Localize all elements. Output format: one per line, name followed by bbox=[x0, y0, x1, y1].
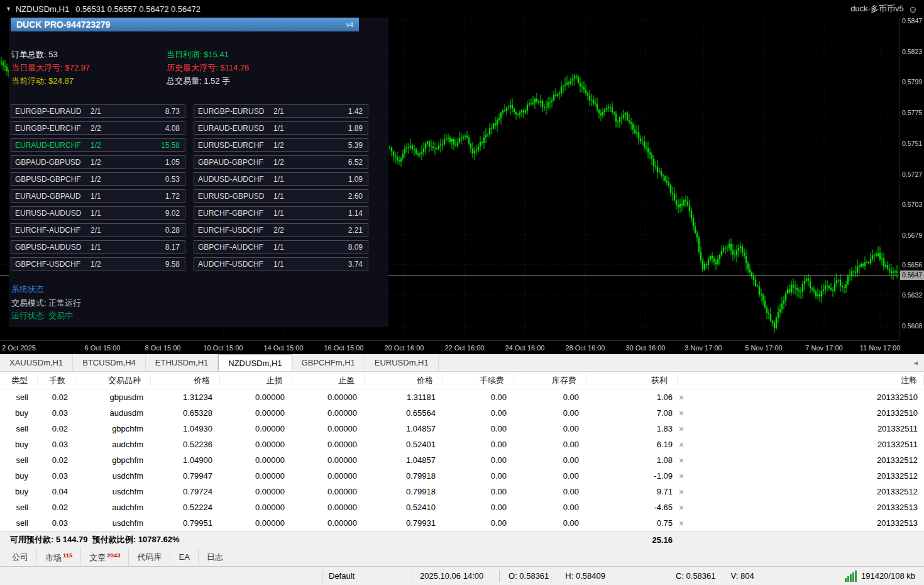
column-header[interactable]: 获利 bbox=[586, 375, 678, 386]
chart-tab-BTCUSDm-H4[interactable]: BTCUSDm,H4 bbox=[73, 354, 146, 371]
pair-value: 2.21 bbox=[310, 226, 368, 235]
price-axis-label: 0.5703 bbox=[902, 201, 922, 208]
cell-price2: 0.65564 bbox=[365, 408, 443, 418]
close-position-button[interactable]: × bbox=[678, 393, 695, 403]
close-position-button[interactable]: × bbox=[678, 487, 695, 497]
run-status: 运行状态: 交易中 bbox=[11, 310, 73, 321]
price-axis[interactable]: 0.58470.58230.57990.57750.57510.57270.57… bbox=[899, 18, 924, 340]
trade-row[interactable]: sell0.03usdchfm0.799510.000000.000000.79… bbox=[0, 515, 924, 531]
terminal-tab-0[interactable]: 公司 bbox=[4, 549, 36, 566]
column-header[interactable]: 止盈 bbox=[292, 375, 365, 386]
cell-swap: 0.00 bbox=[514, 440, 586, 449]
terminal-tab-3[interactable]: 代码库 bbox=[128, 549, 170, 566]
ea-stat: 总交易量: 1.52 手 bbox=[167, 74, 249, 87]
trade-row[interactable]: sell0.02gbpchfm1.049300.000000.000001.04… bbox=[0, 421, 924, 437]
column-header[interactable]: 类型 bbox=[0, 375, 38, 386]
cell-lots: 0.03 bbox=[38, 518, 75, 528]
pair-value: 3.74 bbox=[310, 260, 368, 269]
chart-tab-NZDUSDm-H1[interactable]: NZDUSDm,H1 bbox=[218, 354, 292, 371]
ea-smiley-icon[interactable]: ☺ bbox=[908, 4, 918, 14]
terminal-tab-2[interactable]: 文章2043 bbox=[80, 547, 128, 567]
pair-ratio: 1/1 bbox=[273, 209, 310, 218]
cell-commission: 0.00 bbox=[443, 518, 514, 528]
pair-row: GBPAUD-GBPUSD1/21.05 bbox=[11, 155, 185, 169]
pair-name: AUDUSD-AUDCHF bbox=[194, 175, 273, 184]
chart-tab-ETHUSDm-H1[interactable]: ETHUSDm,H1 bbox=[146, 354, 219, 371]
cell-lots: 0.04 bbox=[38, 487, 75, 496]
column-header[interactable]: 注释 bbox=[695, 375, 924, 386]
cell-price2: 0.79931 bbox=[365, 518, 443, 528]
pair-row: GBPUSD-AUDUSD1/18.17 bbox=[11, 240, 185, 254]
column-header[interactable]: 手续费 bbox=[443, 375, 514, 386]
trade-row[interactable]: sell0.02gbpusdm1.312340.000000.000001.31… bbox=[0, 389, 924, 405]
chart-symbol-title: NZDUSDm,H1 bbox=[16, 4, 69, 14]
close-position-button[interactable]: × bbox=[678, 408, 695, 418]
cell-type: buy bbox=[0, 440, 38, 449]
time-axis[interactable]: 2 Oct 20256 Oct 15:008 Oct 15:0010 Oct 1… bbox=[0, 340, 899, 354]
cell-tp: 0.00000 bbox=[292, 487, 365, 496]
close-position-button[interactable]: × bbox=[678, 455, 695, 465]
trade-row[interactable]: sell0.02gbpchfm1.049000.000000.000001.04… bbox=[0, 452, 924, 468]
pair-name: GBPAUD-GBPCHF bbox=[194, 158, 273, 167]
cell-sl: 0.00000 bbox=[220, 393, 292, 402]
trade-row[interactable]: buy0.03usdchfm0.799470.000000.000000.799… bbox=[0, 468, 924, 484]
close-position-button[interactable]: × bbox=[678, 440, 695, 450]
pair-value: 8.17 bbox=[127, 243, 185, 252]
column-header[interactable]: 止损 bbox=[220, 375, 292, 386]
column-header[interactable]: 库存费 bbox=[514, 375, 586, 386]
close-position-button[interactable]: × bbox=[678, 518, 695, 528]
trade-row[interactable]: buy0.03audusdm0.653280.000000.000000.655… bbox=[0, 405, 924, 421]
cell-lots: 0.03 bbox=[38, 471, 75, 481]
close-position-button[interactable]: × bbox=[678, 424, 695, 434]
cell-commission: 0.00 bbox=[443, 408, 514, 418]
cell-price: 0.52236 bbox=[151, 440, 220, 449]
pair-name: EURCHF-AUDCHF bbox=[11, 226, 91, 235]
cell-tp: 0.00000 bbox=[292, 455, 365, 465]
cell-price2: 0.79918 bbox=[365, 471, 443, 481]
column-header[interactable]: 交易品种 bbox=[75, 375, 151, 386]
pair-value: 8.73 bbox=[127, 107, 185, 116]
cell-lots: 0.02 bbox=[38, 393, 75, 402]
cell-tp: 0.00000 bbox=[292, 518, 365, 528]
close-position-button[interactable]: × bbox=[678, 471, 695, 481]
chart-tab-EURUSDm-H1[interactable]: EURUSDm,H1 bbox=[365, 354, 439, 371]
trade-row[interactable]: buy0.03audchfm0.522360.000000.000000.524… bbox=[0, 437, 924, 452]
terminal-tab-bar: 公司市场115文章2043代码库EA日志 bbox=[0, 548, 924, 566]
pair-value: 2.60 bbox=[310, 192, 368, 201]
tab-scroll-left-icon[interactable]: ◂ bbox=[907, 354, 924, 371]
trade-row[interactable]: buy0.04usdchfm0.797240.000000.000000.799… bbox=[0, 484, 924, 499]
column-header[interactable]: 价格 bbox=[365, 375, 443, 386]
pair-name: GBPCHF-AUDCHF bbox=[194, 243, 273, 252]
cell-price: 1.04930 bbox=[151, 424, 220, 433]
cell-type: sell bbox=[0, 424, 38, 433]
chart-tab-GBPCHFm-H1[interactable]: GBPCHFm,H1 bbox=[292, 354, 365, 371]
cell-lots: 0.03 bbox=[38, 408, 75, 418]
pair-ratio: 1/1 bbox=[273, 175, 310, 184]
cell-comment: 201332513 bbox=[695, 518, 924, 528]
profile-selector[interactable]: Default bbox=[322, 571, 412, 581]
chart-tab-XAUUSDm-H1[interactable]: XAUUSDm,H1 bbox=[0, 354, 73, 371]
column-header[interactable]: 手数 bbox=[38, 375, 75, 386]
trade-row[interactable]: sell0.02audchfm0.522240.000000.000000.52… bbox=[0, 499, 924, 515]
price-axis-label: 0.5799 bbox=[902, 78, 922, 86]
price-axis-label: 0.5679 bbox=[902, 231, 922, 239]
cell-symbol: gbpchfm bbox=[75, 455, 151, 465]
pair-ratio: 1/1 bbox=[273, 192, 310, 201]
time-axis-label: 5 Nov 17:00 bbox=[729, 344, 798, 352]
pair-ratio: 1/2 bbox=[273, 158, 310, 167]
time-axis-label: 14 Oct 15:00 bbox=[249, 344, 318, 352]
ea-panel-title: DUCK PRO-944723279 bbox=[16, 18, 110, 31]
cell-commission: 0.00 bbox=[443, 487, 514, 496]
column-header[interactable]: 价格 bbox=[151, 375, 220, 386]
cell-price2: 0.52410 bbox=[365, 503, 443, 512]
time-axis-label: 8 Oct 15:00 bbox=[128, 344, 197, 352]
cell-swap: 0.00 bbox=[514, 471, 586, 481]
symbol-dropdown-icon[interactable]: ▼ bbox=[6, 6, 11, 12]
terminal-tab-1[interactable]: 市场115 bbox=[36, 547, 80, 567]
price-axis-label: 0.5632 bbox=[902, 291, 922, 299]
terminal-tab-4[interactable]: EA bbox=[170, 549, 197, 566]
ea-version-label: v4 bbox=[346, 18, 353, 31]
terminal-tab-5[interactable]: 日志 bbox=[198, 549, 231, 566]
close-position-button[interactable]: × bbox=[678, 503, 695, 513]
cell-commission: 0.00 bbox=[443, 471, 514, 481]
